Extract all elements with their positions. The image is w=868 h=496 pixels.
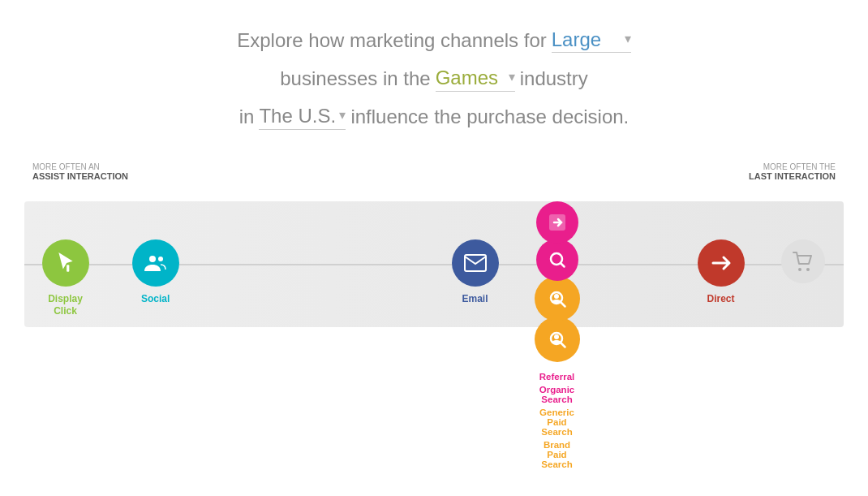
- header-text-3: industry: [520, 61, 588, 96]
- region-dropdown[interactable]: The U.S. The U.K. Canada Australia ▾: [259, 104, 346, 130]
- region-select[interactable]: The U.S. The U.K. Canada Australia: [259, 105, 352, 127]
- cart-icon: [792, 251, 814, 272]
- axis-right: MORE OFTEN THE LAST INTERACTION: [749, 162, 836, 181]
- referral-labels: Referral OrganicSearch GenericPaidSearch…: [539, 372, 574, 469]
- header-text-4: in: [239, 99, 255, 134]
- organic-search-label: OrganicSearch: [539, 385, 574, 404]
- people-icon: [144, 253, 167, 273]
- email-circle: [452, 239, 499, 287]
- display-click-circle: [42, 239, 89, 287]
- arrow-box-icon: [548, 213, 567, 232]
- search-icon: [548, 250, 567, 270]
- svg-point-1: [149, 256, 156, 262]
- industry-select[interactable]: Games Retail Finance Travel: [436, 67, 522, 88]
- referral-label: Referral: [539, 372, 574, 382]
- organic-search-node[interactable]: [536, 239, 578, 281]
- axis-right-bottom: LAST INTERACTION: [749, 171, 836, 181]
- brand-paid-label: BrandPaidSearch: [541, 440, 572, 469]
- header-line-1: Explore how marketing channels for Large…: [16, 23, 852, 58]
- social-label: Social: [141, 293, 170, 304]
- direct-label: Direct: [707, 293, 734, 304]
- svg-rect-0: [67, 265, 69, 272]
- chart-section: MORE OFTEN AN ASSIST INTERACTION MORE OF…: [24, 162, 844, 471]
- arrow-right-icon: [710, 254, 733, 272]
- cart-node[interactable]: [781, 239, 825, 283]
- generic-paid-label: GenericPaidSearch: [539, 408, 574, 437]
- header-text-5: influence the purchase decision.: [350, 99, 629, 134]
- header-line-3: in The U.S. The U.K. Canada Australia ▾ …: [16, 99, 852, 134]
- generic-paid-node[interactable]: [535, 276, 580, 321]
- svg-point-2: [158, 257, 163, 261]
- cart-circle: [781, 239, 825, 283]
- axis-right-top: MORE OFTEN THE: [763, 162, 836, 171]
- svg-point-7: [554, 294, 559, 299]
- email-label: Email: [462, 293, 488, 304]
- svg-point-10: [798, 268, 801, 271]
- referral-node[interactable]: [536, 201, 578, 244]
- svg-point-11: [806, 268, 810, 271]
- size-dropdown[interactable]: Large Small Medium ▾: [552, 28, 631, 54]
- header-section: Explore how marketing channels for Large…: [0, 0, 868, 154]
- header-text-1: Explore how marketing channels for: [237, 23, 547, 58]
- social-circle: [132, 239, 179, 287]
- axis-left-bottom: ASSIST INTERACTION: [32, 171, 128, 181]
- axis-left-top: MORE OFTEN AN: [32, 162, 100, 171]
- page-wrapper: Explore how marketing channels for Large…: [0, 0, 868, 496]
- display-click-node[interactable]: DisplayClick: [42, 239, 89, 318]
- header-line-2: businesses in the Games Retail Finance T…: [16, 61, 852, 96]
- direct-node[interactable]: Direct: [698, 239, 745, 304]
- referral-cluster: Referral OrganicSearch GenericPaidSearch…: [535, 201, 580, 469]
- axis-left: MORE OFTEN AN ASSIST INTERACTION: [32, 162, 128, 181]
- email-node[interactable]: Email: [452, 239, 499, 304]
- display-click-label: DisplayClick: [48, 293, 83, 318]
- size-select[interactable]: Large Small Medium: [552, 28, 638, 50]
- social-node[interactable]: Social: [132, 239, 179, 304]
- header-text-2: businesses in the: [280, 61, 430, 96]
- industry-dropdown[interactable]: Games Retail Finance Travel ▾: [436, 66, 515, 92]
- brand-search-icon: [547, 329, 568, 350]
- axis-labels: MORE OFTEN AN ASSIST INTERACTION MORE OF…: [24, 162, 844, 181]
- cursor-icon: [55, 252, 76, 274]
- svg-point-9: [554, 334, 559, 339]
- brand-paid-node[interactable]: [535, 317, 580, 362]
- search-person-icon: [547, 288, 568, 309]
- direct-circle: [698, 239, 745, 287]
- envelope-icon: [464, 254, 487, 272]
